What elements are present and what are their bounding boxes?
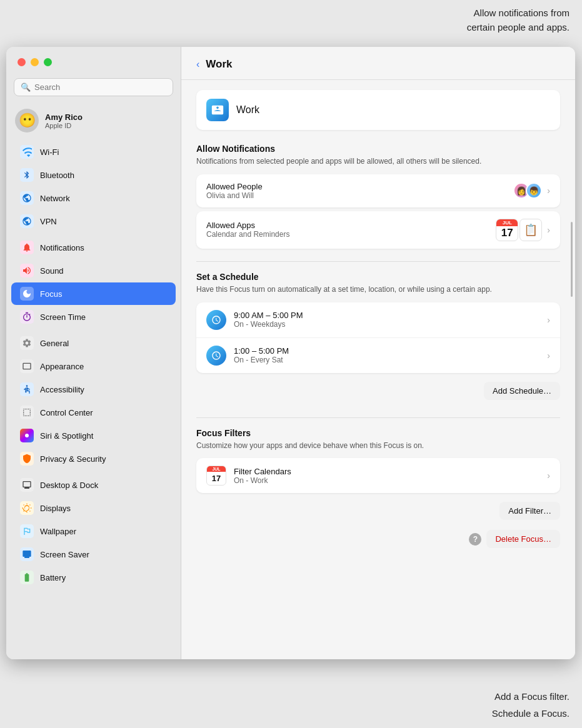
allowed-people-title: Allowed People xyxy=(206,182,506,191)
user-info: Amy Rico Apple ID xyxy=(45,112,83,129)
sidebar: 🔍 😶 Amy Rico Apple ID xyxy=(6,47,181,659)
app-window: 🔍 😶 Amy Rico Apple ID xyxy=(6,47,575,659)
sidebar-item-focus[interactable]: Focus xyxy=(11,282,176,305)
sidebar-label-accessibility: Accessibility xyxy=(40,385,84,394)
schedule1-info: 9:00 AM – 5:00 PM On - Weekdays xyxy=(234,311,539,329)
avatar: 😶 xyxy=(15,109,39,132)
sidebar-label-screentime: Screen Time xyxy=(40,312,86,322)
minimize-button[interactable] xyxy=(31,58,39,66)
allowed-people-info: Allowed People Olivia and Will xyxy=(206,182,506,200)
sidebar-label-vpn: VPN xyxy=(40,217,57,226)
wallpaper-icon xyxy=(20,524,34,538)
sidebar-item-notifications[interactable]: Notifications xyxy=(11,236,176,259)
sidebar-item-network[interactable]: Network xyxy=(11,187,176,209)
sidebar-label-desktop: Desktop & Dock xyxy=(40,481,98,490)
siri-icon xyxy=(20,429,34,442)
divider-1 xyxy=(196,261,560,262)
battery-icon xyxy=(20,571,34,584)
add-filter-button[interactable]: Add Filter… xyxy=(499,502,560,520)
displays-icon xyxy=(20,501,34,515)
sidebar-label-wifi: Wi-Fi xyxy=(40,147,59,157)
allowed-apps-title: Allowed Apps xyxy=(206,221,488,230)
allowed-people-card: Allowed People Olivia and Will 👩 👦 › xyxy=(196,174,560,207)
sidebar-item-accessibility[interactable]: Accessibility xyxy=(11,378,176,401)
sidebar-label-wallpaper: Wallpaper xyxy=(40,527,76,536)
schedule-card: 9:00 AM – 5:00 PM On - Weekdays › 1:00 xyxy=(196,302,560,373)
sidebar-item-screentime[interactable]: Screen Time xyxy=(11,306,176,328)
sidebar-item-sound[interactable]: Sound xyxy=(11,259,176,282)
search-bar[interactable]: 🔍 xyxy=(14,78,173,96)
schedule1-row[interactable]: 9:00 AM – 5:00 PM On - Weekdays › xyxy=(196,302,560,338)
notifications-icon xyxy=(20,241,34,254)
cal-header: JUL xyxy=(496,219,518,226)
user-profile[interactable]: 😶 Amy Rico Apple ID xyxy=(6,104,181,140)
wifi-icon xyxy=(20,145,34,159)
sidebar-item-screensaver[interactable]: Screen Saver xyxy=(11,543,176,566)
sidebar-item-battery[interactable]: Battery xyxy=(11,566,176,589)
maximize-button[interactable] xyxy=(44,58,52,66)
sidebar-item-desktop[interactable]: Desktop & Dock xyxy=(11,474,176,496)
window-controls xyxy=(18,58,52,66)
screensaver-icon xyxy=(20,547,34,561)
sidebar-label-battery: Battery xyxy=(40,573,66,582)
allowed-people-row[interactable]: Allowed People Olivia and Will 👩 👦 › xyxy=(196,174,560,207)
work-card-label: Work xyxy=(236,104,259,116)
allowed-apps-row[interactable]: Allowed Apps Calendar and Reminders JUL … xyxy=(196,211,560,249)
filter-calendars-row[interactable]: JUL 17 Filter Calendars On - Work › xyxy=(196,458,560,493)
sidebar-item-wallpaper[interactable]: Wallpaper xyxy=(11,520,176,542)
sidebar-label-siri: Siri & Spotlight xyxy=(40,431,93,441)
schedule-desc: Have this Focus turn on automatically at… xyxy=(196,284,560,295)
apple-id-label: Apple ID xyxy=(45,122,83,129)
schedule2-days: On - Every Sat xyxy=(234,356,539,364)
sidebar-item-bluetooth[interactable]: Bluetooth xyxy=(11,164,176,186)
annotation-bottom-right: Add a Focus filter. Schedule a Focus. xyxy=(492,688,569,722)
sidebar-item-controlcenter[interactable]: Control Center xyxy=(11,401,176,424)
sidebar-item-vpn[interactable]: VPN xyxy=(11,210,176,232)
desktop-icon xyxy=(20,478,34,492)
allow-notifications-section: Allow Notifications Notifications from s… xyxy=(196,144,560,249)
sidebar-item-displays[interactable]: Displays xyxy=(11,497,176,519)
schedule1-time: 9:00 AM – 5:00 PM xyxy=(234,311,539,320)
annotation-top-right: Allow notifications from certain people … xyxy=(467,6,569,34)
work-card-icon xyxy=(206,99,229,121)
sidebar-label-network: Network xyxy=(40,194,70,203)
sidebar-label-focus: Focus xyxy=(40,289,62,299)
allowed-apps-card: Allowed Apps Calendar and Reminders JUL … xyxy=(196,211,560,249)
accessibility-icon xyxy=(20,382,34,396)
screentime-icon xyxy=(20,310,34,324)
filter-calendars-info: Filter Calendars On - Work xyxy=(234,467,539,485)
schedule2-row[interactable]: 1:00 – 5:00 PM On - Every Sat › xyxy=(196,338,560,373)
back-button[interactable]: ‹ xyxy=(196,59,199,70)
sidebar-item-general[interactable]: General xyxy=(11,332,176,354)
svg-point-1 xyxy=(25,434,29,437)
sidebar-item-privacy[interactable]: Privacy & Security xyxy=(11,447,176,470)
vpn-icon xyxy=(20,214,34,228)
search-input[interactable] xyxy=(34,82,166,92)
scrollbar-indicator xyxy=(571,222,573,297)
filter-cal-icon: JUL 17 xyxy=(206,466,226,486)
sidebar-item-appearance[interactable]: Appearance xyxy=(11,355,176,377)
sidebar-label-general: General xyxy=(40,339,69,348)
help-button[interactable]: ? xyxy=(469,533,481,546)
reminders-app-icon: 📋 xyxy=(519,219,542,241)
close-button[interactable] xyxy=(18,58,26,66)
filter-calendars-card: JUL 17 Filter Calendars On - Work › xyxy=(196,458,560,493)
schedule1-chevron: › xyxy=(547,315,550,325)
sidebar-label-notifications: Notifications xyxy=(40,243,84,252)
sidebar-item-siri[interactable]: Siri & Spotlight xyxy=(11,424,176,447)
calendar-app-icon: JUL 17 xyxy=(496,219,518,241)
sidebar-item-wifi[interactable]: Wi-Fi xyxy=(11,141,176,163)
schedule2-chevron: › xyxy=(547,351,550,361)
allowed-apps-info: Allowed Apps Calendar and Reminders xyxy=(206,221,488,239)
focus-filters-desc: Customize how your apps and device behav… xyxy=(196,441,560,451)
main-content: ‹ Work Work Allow Notifications Notifica… xyxy=(181,47,575,659)
search-icon: 🔍 xyxy=(21,82,31,92)
appearance-icon xyxy=(20,359,34,373)
controlcenter-icon xyxy=(20,406,34,419)
add-schedule-button[interactable]: Add Schedule… xyxy=(484,382,560,400)
svg-point-0 xyxy=(26,385,28,387)
schedule2-time: 1:00 – 5:00 PM xyxy=(234,346,539,356)
delete-focus-button[interactable]: Delete Focus… xyxy=(486,530,560,548)
sound-icon xyxy=(20,264,34,277)
allowed-people-subtitle: Olivia and Will xyxy=(206,191,506,200)
